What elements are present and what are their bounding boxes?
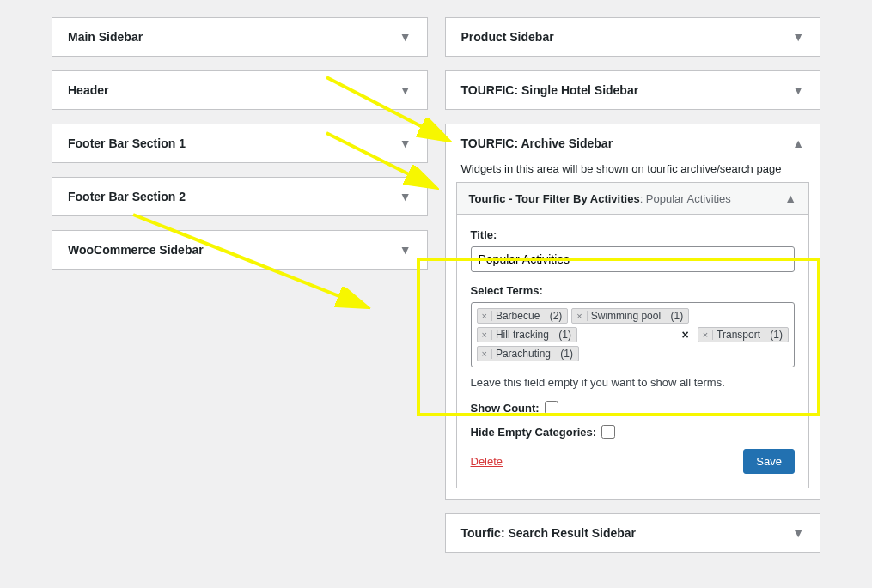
- widget-area-product-sidebar[interactable]: Product Sidebar ▼: [445, 17, 821, 57]
- widget-area-title: Header: [68, 83, 108, 97]
- remove-term-icon[interactable]: ×: [698, 330, 713, 340]
- chevron-down-icon: ▼: [792, 83, 804, 97]
- show-count-label: Show Count:: [471, 402, 540, 415]
- widget-area-main-sidebar[interactable]: Main Sidebar ▼: [52, 17, 428, 57]
- remove-term-icon[interactable]: ×: [478, 311, 492, 321]
- widget-area-title: TOURFIC: Archive Sidebar: [461, 136, 613, 150]
- chevron-down-icon: ▼: [399, 243, 412, 257]
- term-name: Barbecue: [496, 310, 540, 322]
- widget-area-archive: TOURFIC: Archive Sidebar ▲ Widgets in th…: [445, 124, 821, 500]
- term-tag: × Barbecue (2): [477, 308, 569, 324]
- widget-item-header[interactable]: Tourfic - Tour Filter By Activities: Pop…: [457, 183, 809, 215]
- widget-area-header[interactable]: Header ▼: [52, 70, 428, 110]
- chevron-down-icon: ▼: [399, 83, 412, 97]
- chevron-down-icon: ▼: [399, 190, 412, 203]
- term-count: (1): [558, 329, 571, 341]
- select-terms-box[interactable]: × Barbecue (2) × Swimming pool (1): [471, 302, 796, 367]
- widget-area-woocommerce[interactable]: WooCommerce Sidebar ▼: [52, 230, 428, 270]
- widget-area-title: WooCommerce Sidebar: [68, 243, 204, 257]
- chevron-up-icon: ▲: [784, 191, 796, 205]
- term-tag: × Swimming pool (1): [571, 308, 689, 324]
- widget-area-search-result[interactable]: Tourfic: Search Result Sidebar ▼: [445, 513, 821, 553]
- chevron-down-icon: ▼: [399, 30, 412, 44]
- widget-item-title-sub: : Popular Activities: [640, 192, 731, 205]
- term-tag: × Transport (1): [698, 327, 789, 342]
- widget-area-footer-1[interactable]: Footer Bar Section 1 ▼: [52, 124, 428, 163]
- term-tag: × Parachuting (1): [477, 346, 580, 361]
- term-name: Swimming pool: [591, 310, 661, 322]
- chevron-down-icon: ▼: [399, 136, 412, 150]
- save-button[interactable]: Save: [743, 449, 795, 474]
- term-name: Hill tracking: [496, 329, 549, 341]
- term-name: Parachuting: [496, 348, 551, 360]
- remove-term-icon[interactable]: ×: [572, 311, 587, 321]
- term-count: (1): [560, 348, 573, 360]
- term-count: (1): [670, 310, 683, 322]
- widget-area-description: Widgets in this area will be shown on to…: [446, 162, 820, 182]
- chevron-down-icon: ▼: [792, 30, 804, 44]
- widget-item-title-main: Tourfic - Tour Filter By Activities: [469, 192, 640, 205]
- remove-term-icon[interactable]: ×: [478, 349, 492, 359]
- title-input[interactable]: [471, 246, 796, 272]
- hide-empty-label: Hide Empty Categories:: [471, 426, 597, 439]
- chevron-down-icon: ▼: [792, 526, 804, 540]
- remove-term-icon[interactable]: ×: [478, 330, 492, 340]
- title-label: Title:: [471, 228, 796, 241]
- right-sidebar-areas: Product Sidebar ▼ TOURFIC: Single Hotel …: [445, 17, 821, 553]
- close-terms-icon[interactable]: ×: [676, 328, 693, 342]
- helper-text: Leave this field empty if you want to sh…: [471, 376, 796, 389]
- widget-area-title: Product Sidebar: [461, 30, 554, 44]
- widget-area-title: Main Sidebar: [68, 30, 143, 44]
- show-count-checkbox[interactable]: [545, 401, 558, 415]
- chevron-up-icon: ▲: [792, 136, 804, 150]
- term-tag: × Hill tracking (1): [477, 327, 577, 342]
- left-sidebar-areas: Main Sidebar ▼ Header ▼ Footer Bar Secti…: [52, 17, 428, 553]
- hide-empty-checkbox[interactable]: [601, 425, 615, 439]
- term-count: (1): [770, 329, 783, 341]
- widget-area-footer-2[interactable]: Footer Bar Section 2 ▼: [52, 177, 428, 216]
- widget-area-archive-header[interactable]: TOURFIC: Archive Sidebar ▲: [446, 124, 820, 162]
- widget-area-single-hotel[interactable]: TOURFIC: Single Hotel Sidebar ▼: [445, 70, 821, 110]
- widget-item-tour-filter: Tourfic - Tour Filter By Activities: Pop…: [456, 182, 810, 488]
- term-count: (2): [550, 310, 563, 322]
- select-terms-label: Select Terms:: [471, 284, 796, 297]
- widget-area-title: Footer Bar Section 2: [68, 190, 186, 203]
- term-name: Transport: [717, 329, 760, 341]
- widget-area-title: TOURFIC: Single Hotel Sidebar: [461, 83, 639, 97]
- widget-area-title: Tourfic: Search Result Sidebar: [461, 526, 637, 540]
- delete-link[interactable]: Delete: [471, 455, 503, 468]
- widget-area-title: Footer Bar Section 1: [68, 136, 186, 150]
